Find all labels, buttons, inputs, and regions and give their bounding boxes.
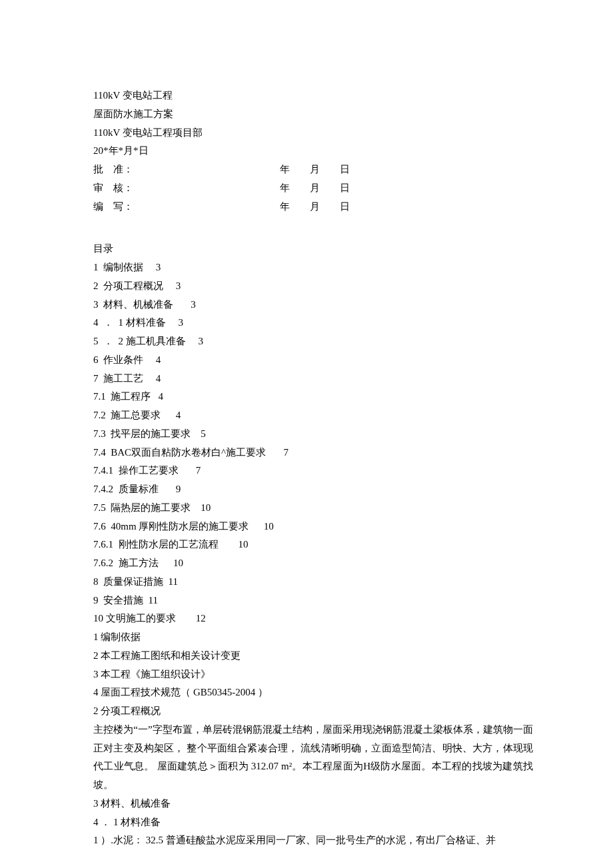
document-page: 110kV 变电站工程 屋面防水施工方案 110kV 变电站工程项目部 20*年…	[0, 0, 613, 868]
toc-item: 7.6.1 刚性防水层的工艺流程 10	[93, 536, 533, 554]
toc-item: 7.4 BAC双面自粘防水卷材白^施工要求 7	[93, 444, 533, 462]
toc-item: 7.6.2 施工方法 10	[93, 554, 533, 573]
toc-item: 9 安全措施 11	[93, 592, 533, 610]
toc-item: 7.6 40mm 厚刚性防水层的施工要求 10	[93, 518, 533, 536]
body-paragraph: 4 ． 1 材料准备	[93, 813, 533, 832]
toc-item: 3 材料、机械准备 3	[93, 296, 533, 314]
body-paragraph: 3 材料、机械准备	[93, 795, 533, 813]
toc-item: 1 编制依据 3	[93, 258, 533, 277]
approval-date: 年 月 日	[280, 198, 350, 217]
body-paragraph: 2 本工程施工图纸和相关设计变更	[93, 647, 533, 665]
approval-date: 年 月 日	[280, 179, 350, 198]
body-paragraph: 1 ）.水泥： 32.5 普通硅酸盐水泥应采用同一厂家、同一批号生产的水泥，有出…	[93, 831, 533, 850]
toc-item: 2 分项工程概况 3	[93, 277, 533, 296]
toc-item: 8 质量保证措施 11	[93, 573, 533, 592]
approval-label: 编 写：	[93, 198, 280, 217]
body-paragraph: 主控楼为“一”字型布置，单层砖混钢筋混凝土结构，屋面采用现浇钢筋混凝土梁板体系，…	[93, 721, 533, 795]
toc-heading: 目录	[93, 240, 533, 258]
approval-row-approve: 批 准： 年 月 日	[93, 161, 533, 179]
toc-item: 5 ． 2 施工机具准备 3	[93, 332, 533, 351]
doc-title-line3: 110kV 变电站工程项目部	[93, 124, 533, 143]
approval-row-review: 审 核： 年 月 日	[93, 179, 533, 198]
body-paragraph: 4 屋面工程技术规范（ GB50345-2004 ）	[93, 683, 533, 702]
toc-item: 4 ． 1 材料准备 3	[93, 314, 533, 332]
approval-row-author: 编 写： 年 月 日	[93, 198, 533, 217]
doc-title-line1: 110kV 变电站工程	[93, 87, 533, 105]
toc-item: 7.5 隔热层的施工要求 10	[93, 499, 533, 518]
body-paragraph: 1 编制依据	[93, 628, 533, 647]
approval-date: 年 月 日	[280, 161, 350, 179]
approval-label: 批 准：	[93, 161, 280, 179]
approval-label: 审 核：	[93, 179, 280, 198]
doc-title-line2: 屋面防水施工方案	[93, 105, 533, 124]
toc-item: 7.3 找平层的施工要求 5	[93, 425, 533, 444]
toc-item: 7.4.2 质量标准 9	[93, 480, 533, 499]
toc-item: 6 作业条件 4	[93, 351, 533, 370]
body-paragraph: 3 本工程《施工组织设计》	[93, 665, 533, 684]
toc-item: 7.2 施工总要求 4	[93, 406, 533, 425]
toc-item: 7.1 施工程序 4	[93, 388, 533, 406]
body-paragraph: 2 分项工程概况	[93, 702, 533, 721]
toc-item: 10 文明施工的要求 12	[93, 610, 533, 628]
toc-item: 7.4.1 操作工艺要求 7	[93, 462, 533, 480]
spacer	[93, 216, 533, 228]
doc-date-line: 20*年*月*日	[93, 142, 533, 161]
toc-item: 7 施工工艺 4	[93, 370, 533, 388]
